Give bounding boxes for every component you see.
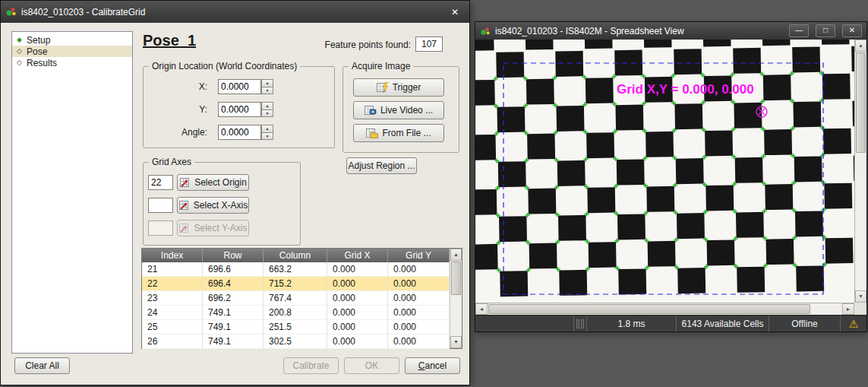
col-header-index: Index bbox=[142, 249, 203, 262]
cell-column: 251.5 bbox=[264, 320, 327, 335]
select-x-axis-label: Select X-Axis bbox=[194, 200, 248, 211]
angle-label: Angle: bbox=[148, 125, 212, 140]
scroll-down-icon[interactable]: ▼ bbox=[855, 290, 866, 303]
calibration-image-view[interactable]: Grid X,Y = 0.000, 0.000 bbox=[475, 40, 854, 303]
table-row-22[interactable]: 22 696.4 715.2 0.000 0.000 bbox=[142, 277, 450, 291]
trigger-button[interactable]: Trigger bbox=[353, 78, 444, 97]
x-spinner[interactable]: ▲ ▼ bbox=[261, 79, 273, 94]
cell-grid-y: 0.000 bbox=[388, 262, 450, 277]
spreadsheet-view-window: is8402_010203 - IS8402M - Spreadsheet Vi… bbox=[475, 21, 867, 332]
feature-table-body: 21 696.6 663.2 0.000 0.000 22 696.4 715.… bbox=[142, 262, 450, 348]
vertical-scrollbar-thumb[interactable] bbox=[856, 52, 866, 153]
in-sight-app-icon bbox=[5, 6, 17, 17]
from-file-button[interactable]: From File ... bbox=[353, 124, 444, 142]
scroll-down-icon[interactable]: ▼ bbox=[450, 336, 462, 348]
live-video-button[interactable]: Live Video ... bbox=[353, 101, 444, 119]
pose-title: Pose 1 bbox=[143, 32, 196, 49]
trigger-icon bbox=[377, 82, 389, 93]
angle-spinner[interactable]: ▲ ▼ bbox=[261, 125, 273, 140]
scroll-left-icon[interactable]: ◄ bbox=[475, 303, 488, 315]
x-axis-point-input[interactable] bbox=[148, 198, 173, 213]
y-spinner[interactable]: ▲ ▼ bbox=[261, 102, 273, 117]
cell-grid-y: 0.000 bbox=[388, 277, 450, 291]
spin-up-icon[interactable]: ▲ bbox=[261, 102, 273, 110]
table-row-24[interactable]: 24 749.1 200.8 0.000 0.000 bbox=[142, 306, 450, 320]
select-origin-button[interactable]: Select Origin bbox=[177, 174, 249, 191]
window-title: is8402_010203 - CalibrateGrid bbox=[21, 7, 440, 17]
spin-up-icon[interactable]: ▲ bbox=[261, 125, 273, 133]
clear-all-label: Clear All bbox=[25, 360, 59, 371]
table-scrollbar[interactable]: ▲ ▼ bbox=[450, 249, 462, 348]
origin-location-group: Origin Location (World Coordinates) X: ▲… bbox=[143, 66, 335, 148]
live-video-icon bbox=[365, 105, 377, 116]
cell-index: 26 bbox=[142, 335, 203, 349]
spin-down-icon[interactable]: ▼ bbox=[261, 87, 273, 95]
y-input[interactable] bbox=[218, 102, 261, 117]
calibrate-button: Calibrate bbox=[283, 357, 339, 374]
cancel-button[interactable]: Cancel bbox=[405, 357, 460, 374]
step-item-results[interactable]: ◇ Results bbox=[12, 57, 132, 68]
cell-row: 749.1 bbox=[203, 306, 264, 320]
clear-all-button[interactable]: Clear All bbox=[14, 357, 70, 374]
minimize-icon: — bbox=[795, 26, 803, 34]
status-bar: 1.8 ms 6143 Available Cells Offline ⚠ bbox=[475, 315, 866, 331]
spreadsheet-titlebar[interactable]: is8402_010203 - IS8402M - Spreadsheet Vi… bbox=[475, 22, 866, 40]
cell-column: 302.5 bbox=[264, 335, 327, 349]
origin-point-input[interactable] bbox=[148, 175, 173, 190]
close-button[interactable]: ✕ bbox=[445, 7, 465, 17]
col-header-grid-y: Grid Y bbox=[388, 249, 450, 262]
close-button[interactable]: ✕ bbox=[842, 24, 862, 37]
cancel-label: Cancel bbox=[418, 360, 447, 371]
adjust-region-label: Adjust Region ... bbox=[348, 160, 415, 171]
cell-column: 715.2 bbox=[264, 277, 327, 291]
cell-grid-x: 0.000 bbox=[327, 335, 388, 349]
acquire-image-group: Acquire Image Trigger Live Video ... Fro… bbox=[342, 66, 459, 153]
maximize-button[interactable]: □ bbox=[816, 24, 835, 37]
x-input[interactable] bbox=[218, 79, 261, 94]
feature-points-value: 107 bbox=[415, 36, 443, 52]
step-item-pose[interactable]: ◇ Pose bbox=[12, 46, 132, 57]
table-row-23[interactable]: 23 696.2 767.4 0.000 0.000 bbox=[142, 291, 450, 306]
scroll-right-icon[interactable]: ► bbox=[842, 303, 854, 315]
cell-row: 749.1 bbox=[203, 320, 264, 335]
y-label: Y: bbox=[148, 102, 212, 117]
diamond-icon: ◆ bbox=[15, 34, 24, 46]
cell-grid-x: 0.000 bbox=[327, 262, 388, 277]
cell-column: 200.8 bbox=[264, 306, 327, 320]
calibrate-label: Calibrate bbox=[292, 360, 329, 371]
adjust-region-button[interactable]: Adjust Region ... bbox=[346, 157, 417, 174]
calibrate-grid-titlebar[interactable]: is8402_010203 - CalibrateGrid ✕ bbox=[1, 1, 469, 23]
select-x-axis-button[interactable]: Select X-Axis bbox=[177, 197, 249, 214]
cell-index: 24 bbox=[142, 306, 203, 320]
scrollbar-corner bbox=[854, 303, 866, 315]
minimize-button[interactable]: — bbox=[789, 24, 809, 37]
spin-down-icon[interactable]: ▼ bbox=[261, 133, 273, 141]
spin-up-icon[interactable]: ▲ bbox=[261, 79, 273, 87]
checkerboard-image bbox=[475, 40, 854, 303]
cell-grid-x: 0.000 bbox=[327, 277, 388, 291]
scroll-up-icon[interactable]: ▲ bbox=[450, 249, 462, 261]
grid-axes-group-title: Grid Axes bbox=[149, 157, 194, 167]
horizontal-scrollbar[interactable]: ◄ ► bbox=[475, 303, 854, 315]
horizontal-scrollbar-thumb[interactable] bbox=[488, 304, 810, 314]
table-scrollbar-thumb[interactable] bbox=[451, 262, 461, 295]
table-row-26[interactable]: 26 749.1 302.5 0.000 0.000 bbox=[142, 335, 450, 349]
angle-input[interactable] bbox=[218, 125, 261, 140]
diamond-icon: ◇ bbox=[15, 46, 24, 57]
cell-row: 696.4 bbox=[203, 277, 264, 291]
table-row-21[interactable]: 21 696.6 663.2 0.000 0.000 bbox=[142, 262, 450, 277]
from-file-label: From File ... bbox=[382, 128, 431, 138]
ok-button: OK bbox=[344, 357, 399, 374]
spin-down-icon[interactable]: ▼ bbox=[261, 110, 273, 118]
table-row-25[interactable]: 25 749.1 251.5 0.000 0.000 bbox=[142, 320, 450, 335]
cell-column: 767.4 bbox=[264, 291, 327, 306]
warning-icon: ⚠ bbox=[840, 316, 866, 331]
step-item-setup[interactable]: ◆ Setup bbox=[12, 34, 132, 46]
acquire-image-group-title: Acquire Image bbox=[349, 61, 413, 71]
scroll-up-icon[interactable]: ▲ bbox=[855, 40, 866, 52]
status-available-cells: 6143 Available Cells bbox=[676, 316, 769, 331]
vertical-scrollbar[interactable]: ▲ ▼ bbox=[854, 40, 866, 303]
step-list: ◆ Setup ◇ Pose ◇ Results bbox=[11, 31, 133, 354]
status-spacer bbox=[475, 316, 573, 331]
cell-index: 22 bbox=[142, 277, 203, 291]
